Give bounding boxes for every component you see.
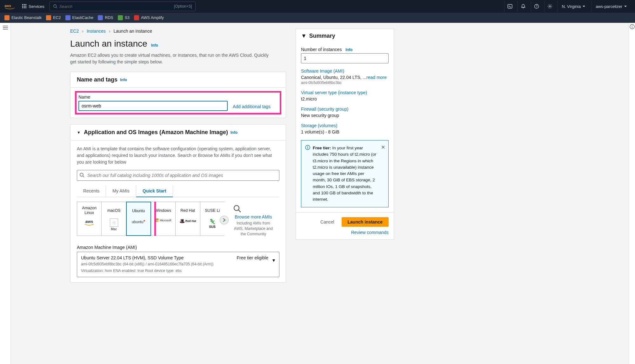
page-subtitle: Amazon EC2 allows you to create virtual …	[70, 52, 273, 65]
tab-quick-start[interactable]: Quick Start	[136, 185, 173, 197]
mac-logo: 📄Mac	[110, 218, 118, 231]
review-commands-link[interactable]: Review commands	[301, 230, 389, 235]
svg-rect-2	[24, 4, 25, 5]
cloudshell-icon[interactable]	[504, 1, 515, 12]
ami-description: An AMI is a template that contains the s…	[77, 146, 279, 166]
search-shortcut: [Option+S]	[174, 4, 192, 9]
summary-ami-link[interactable]: Software Image (AMI)	[301, 68, 389, 74]
svg-point-10	[54, 5, 57, 8]
ubuntu-logo: ubuntu●	[132, 219, 145, 224]
hamburger-icon[interactable]	[3, 25, 8, 364]
svg-rect-6	[25, 6, 26, 7]
global-search[interactable]: [Option+S]	[50, 2, 196, 11]
account-menu[interactable]: aws-parcelizer	[592, 1, 631, 12]
settings-icon[interactable]	[544, 1, 555, 12]
summary-sg-link[interactable]: Firewall (security group)	[301, 107, 389, 112]
info-icon[interactable]	[630, 24, 635, 364]
os-card-amazon-linux[interactable]: Amazon Linuxaws	[77, 202, 102, 236]
ami-search-input[interactable]	[77, 170, 279, 181]
favorite-rds[interactable]: RDS	[98, 15, 113, 20]
service-icon	[4, 15, 10, 20]
breadcrumb-instances[interactable]: Instances	[87, 29, 106, 34]
favorite-ec2[interactable]: EC2	[46, 15, 61, 20]
os-card-macos[interactable]: macOS📄Mac	[101, 202, 126, 236]
summary-type-val: t2.micro	[301, 96, 389, 101]
favorite-elasticache[interactable]: ElastiCache	[65, 15, 94, 20]
svg-point-26	[234, 205, 239, 211]
breadcrumb-ec2[interactable]: EC2	[70, 29, 79, 34]
favorite-elastic-beanstalk[interactable]: Elastic Beanstalk	[4, 15, 42, 20]
tab-recents[interactable]: Recents	[77, 185, 106, 197]
svg-text:?: ?	[536, 5, 538, 8]
instance-name-input[interactable]	[78, 101, 228, 111]
chevron-down-icon	[624, 6, 627, 7]
services-menu[interactable]: Services	[20, 3, 47, 10]
svg-line-27	[238, 210, 241, 212]
ami-selected-meta2: Virtualization: hvm ENA enabled: true Ro…	[81, 268, 275, 274]
tab-my-amis[interactable]: My AMIs	[106, 185, 136, 197]
search-input[interactable]	[57, 4, 174, 9]
ami-field-label: Amazon Machine Image (AMI)	[77, 245, 279, 250]
region-selector[interactable]: N. Virginia	[558, 1, 589, 12]
grid-icon	[22, 4, 27, 9]
service-icon	[46, 15, 51, 20]
panel-title: Name and tags	[77, 76, 117, 83]
summary-ami-val: Canonical, Ubuntu, 22.04 LTS, ...	[301, 75, 366, 80]
os-card-ubuntu[interactable]: Ubuntuubuntu●	[126, 202, 151, 236]
help-icon[interactable]: ?	[531, 1, 542, 12]
svg-rect-25	[157, 220, 158, 222]
chevron-right-icon: ›	[82, 29, 84, 34]
chevron-down-icon: ▼	[271, 258, 276, 263]
svg-rect-22	[155, 218, 157, 220]
service-icon	[134, 15, 139, 20]
svg-rect-23	[157, 218, 158, 220]
info-link[interactable]: Info	[151, 43, 158, 48]
summary-panel: ▼ Summary Number of instances Info Softw…	[296, 29, 394, 240]
favorite-s3[interactable]: S3	[118, 15, 130, 20]
os-card-row: Amazon LinuxawsmacOS📄MacUbuntuubuntu●Win…	[77, 202, 279, 239]
collapse-icon[interactable]: ▼	[301, 33, 307, 39]
free-tier-alert: ✕ Free tier: In your first year includes…	[301, 140, 389, 207]
name-label: Name	[78, 94, 228, 100]
services-label: Services	[29, 4, 44, 9]
read-more-link[interactable]: read more	[366, 75, 387, 80]
summary-storage-link[interactable]: Storage (volumes)	[301, 123, 389, 128]
ami-dropdown[interactable]: Ubuntu Server 22.04 LTS (HVM), SSD Volum…	[77, 252, 279, 277]
close-icon[interactable]: ✕	[381, 144, 385, 151]
launch-instance-button[interactable]: Launch instance	[342, 217, 389, 227]
service-icon	[118, 15, 123, 20]
chevron-down-icon	[583, 6, 585, 7]
collapse-icon[interactable]: ▼	[77, 130, 81, 135]
favorites-bar: Elastic BeanstalkEC2ElastiCacheRDSS3AWS …	[0, 13, 635, 23]
left-rail	[0, 23, 11, 364]
browse-more-amis[interactable]: Browse more AMIsIncluding AMIs from AWS,…	[230, 202, 277, 239]
summary-ami-id: ami-0fc5d935ebf8bc3bc	[301, 81, 389, 85]
svg-line-20	[83, 176, 84, 177]
search-icon	[233, 204, 274, 213]
cancel-button[interactable]: Cancel	[314, 217, 340, 227]
aws-logo[interactable]: aws	[4, 3, 15, 10]
notifications-icon[interactable]	[518, 1, 528, 12]
scroll-right-button[interactable]	[220, 216, 229, 224]
svg-text:aws: aws	[4, 4, 11, 8]
svg-rect-3	[25, 4, 26, 5]
os-card-red-hat[interactable]: Red Hat🎩Red Hat	[175, 202, 200, 236]
svg-point-19	[80, 173, 83, 176]
breadcrumb-current: Launch an instance	[114, 29, 152, 34]
alert-bold: Free tier:	[313, 146, 331, 150]
os-card-windows[interactable]: WindowsMicrosoft	[151, 202, 176, 236]
name-tags-panel: Name and tags Info Name Add additional t…	[70, 72, 286, 118]
browse-more-link[interactable]: Browse more AMIs	[233, 214, 274, 219]
svg-point-15	[549, 6, 551, 7]
num-instances-input[interactable]	[301, 53, 389, 63]
ami-search[interactable]	[77, 170, 279, 181]
info-link[interactable]: Info	[120, 78, 127, 82]
favorite-aws-amplify[interactable]: AWS Amplify	[134, 15, 164, 20]
info-link[interactable]: Info	[231, 130, 237, 135]
add-tags-link[interactable]: Add additional tags	[233, 104, 271, 111]
summary-type-link[interactable]: Virtual server type (instance type)	[301, 90, 389, 95]
info-link[interactable]: Info	[345, 48, 352, 52]
svg-point-29	[307, 146, 308, 147]
service-icon	[65, 15, 70, 20]
sus-logo: 🦎SUS	[209, 218, 216, 229]
